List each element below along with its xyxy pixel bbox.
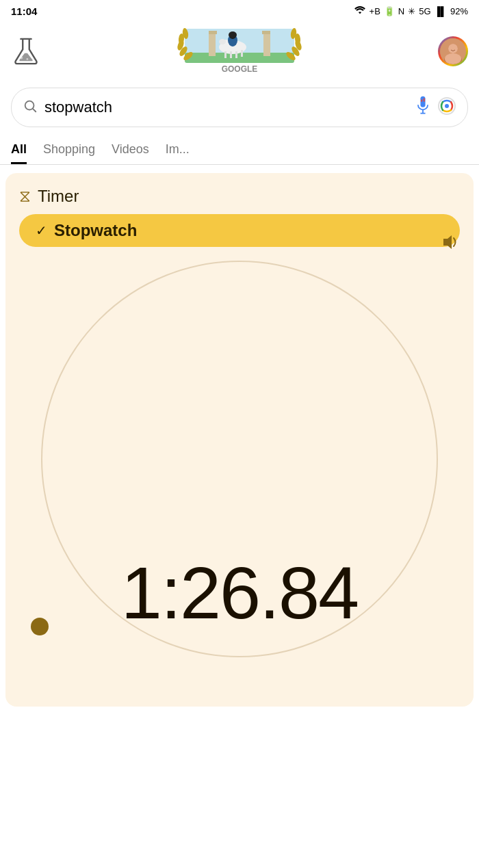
timer-label: Timer <box>38 187 79 206</box>
svg-text:GOOGLE: GOOGLE <box>222 64 258 74</box>
svg-rect-14 <box>209 32 216 56</box>
svg-rect-39 <box>424 98 425 101</box>
svg-point-32 <box>448 44 458 53</box>
app-header: GOOGLE <box>0 20 479 82</box>
svg-point-33 <box>445 53 461 64</box>
svg-point-41 <box>445 104 449 108</box>
svg-point-0 <box>20 56 23 59</box>
profile-image <box>440 38 466 64</box>
tab-images[interactable]: Im... <box>166 135 190 164</box>
bluetooth-icon: ✳ <box>408 6 415 16</box>
search-tabs: All Shopping Videos Im... <box>0 135 479 165</box>
tab-all[interactable]: All <box>11 135 27 164</box>
stopwatch-tab[interactable]: ✓ Stopwatch <box>19 214 460 247</box>
google-doodle[interactable]: GOOGLE <box>41 25 438 77</box>
svg-rect-22 <box>230 51 232 58</box>
svg-rect-21 <box>224 51 226 58</box>
svg-rect-17 <box>262 31 270 34</box>
signal-icon: ▐▌ <box>435 6 447 16</box>
search-icon <box>23 98 38 116</box>
time-value: 1:26.84 <box>121 556 358 630</box>
stopwatch-time-display: 1:26.84 <box>21 556 458 630</box>
sound-icon[interactable] <box>442 235 460 254</box>
svg-point-27 <box>229 31 237 38</box>
svg-rect-38 <box>421 99 422 102</box>
timer-icon: ⧖ <box>19 187 31 206</box>
google-lens-icon[interactable] <box>437 96 456 118</box>
svg-rect-15 <box>209 31 217 34</box>
svg-rect-16 <box>263 32 270 56</box>
search-bar-container: stopwatch <box>0 82 479 135</box>
check-icon: ✓ <box>36 222 47 239</box>
svg-point-1 <box>26 58 28 60</box>
status-right-icons: +B 🔋 N ✳ 5G ▐▌ 92% <box>354 5 468 17</box>
tab-videos[interactable]: Videos <box>112 135 149 164</box>
status-time: 11:04 <box>11 5 37 17</box>
timer-tab[interactable]: ⧖ Timer <box>19 187 460 206</box>
clock-container: 1:26.84 <box>41 261 438 657</box>
profile-avatar[interactable] <box>438 36 468 66</box>
svg-point-20 <box>219 39 226 44</box>
carrier-label: +B <box>370 6 380 16</box>
fiveg-label: 5G <box>419 6 430 16</box>
nfc-label: N <box>398 6 404 16</box>
svg-rect-3 <box>185 53 294 63</box>
stopwatch-label: Stopwatch <box>54 221 137 240</box>
svg-rect-35 <box>420 96 425 107</box>
svg-rect-24 <box>241 50 243 57</box>
search-query-text: stopwatch <box>44 98 409 116</box>
battery-icon: 🔋 <box>384 6 395 16</box>
search-bar[interactable]: stopwatch <box>11 88 468 127</box>
widget-header: ⧖ Timer ✓ Stopwatch <box>19 187 460 247</box>
lab-icon[interactable] <box>11 36 41 66</box>
battery-percent: 92% <box>450 6 468 16</box>
svg-marker-42 <box>443 235 452 249</box>
voice-search-icon[interactable] <box>415 95 430 120</box>
stopwatch-widget: ⧖ Timer ✓ Stopwatch 1:26.84 <box>5 173 474 707</box>
svg-rect-23 <box>235 51 237 58</box>
progress-dot <box>31 618 49 635</box>
tab-shopping[interactable]: Shopping <box>43 135 95 164</box>
status-bar: 11:04 +B 🔋 N ✳ 5G ▐▌ 92% <box>0 0 479 20</box>
wifi-icon <box>354 5 366 17</box>
